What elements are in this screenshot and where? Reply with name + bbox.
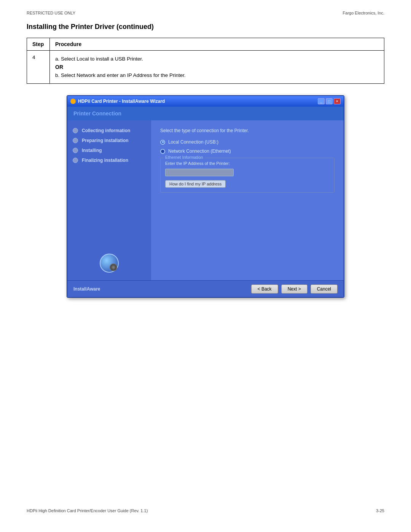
enter-ip-label: Enter the IP Address of the Printer: (165, 161, 330, 166)
step-dot-4 (73, 158, 78, 163)
wizard-title: HDPii Card Printer - InstallAware Wizard (78, 99, 165, 104)
step-line-b: b. Select Network and enter an IP Addres… (55, 72, 379, 78)
ethernet-legend: Ethernet Information (164, 155, 205, 160)
procedure-content: a. Select Local to install a USB Printer… (50, 51, 384, 84)
step-label-1: Collecting information (82, 128, 130, 133)
page-footer: HDPii High Definition Card Printer/Encod… (0, 501, 411, 521)
wizard-header: Printer Connection (67, 107, 344, 120)
network-connection-label: Network Connection (Ethernet) (168, 149, 231, 154)
wizard-logo (73, 246, 146, 273)
local-connection-option[interactable]: Local Connection (USB:) (160, 139, 335, 145)
title-bar-controls[interactable]: _ □ ✕ (318, 98, 341, 104)
wizard-window: HDPii Card Printer - InstallAware Wizard… (67, 95, 344, 298)
wizard-step-4: Finalizing installation (73, 158, 146, 163)
step-dot-3 (73, 148, 78, 153)
step-label-3: Installing (82, 148, 102, 153)
wizard-header-text: Printer Connection (73, 110, 121, 117)
connection-prompt: Select the type of connection for the Pr… (160, 128, 335, 133)
local-radio-button[interactable] (160, 140, 165, 145)
step-dot-1 (73, 128, 78, 133)
wizard-right-panel: Select the type of connection for the Pr… (151, 120, 344, 280)
wizard-step-1: Collecting information (73, 128, 146, 133)
header-right: Fargo Electronics, Inc. (343, 11, 384, 15)
network-radio-button[interactable] (160, 149, 165, 154)
footer-buttons: < Back Next > Cancel (251, 284, 338, 294)
maximize-button[interactable]: □ (326, 98, 333, 104)
next-button[interactable]: Next > (281, 284, 307, 294)
step-dot-2 (73, 138, 78, 143)
step-label-4: Finalizing installation (82, 158, 128, 163)
wizard-body: Collecting information Preparing install… (67, 120, 344, 280)
local-connection-label: Local Connection (USB:) (168, 139, 218, 145)
find-ip-button[interactable]: How do I find my IP address (165, 180, 226, 188)
logo-disc (110, 264, 117, 271)
or-label: OR (55, 64, 379, 70)
wizard-left-panel: Collecting information Preparing install… (67, 120, 151, 280)
title-bar-icon (70, 99, 76, 104)
table-row: 4 a. Select Local to install a USB Print… (27, 51, 384, 84)
step-number: 4 (27, 51, 50, 84)
network-connection-option[interactable]: Network Connection (Ethernet) (160, 149, 335, 154)
wizard-step-2: Preparing installation (73, 138, 146, 143)
header-left: RESTRICTED USE ONLY (27, 11, 75, 15)
close-button[interactable]: ✕ (334, 98, 341, 104)
minimize-button[interactable]: _ (318, 98, 325, 104)
footer-right: 3-25 (376, 508, 384, 513)
procedure-table: Step Procedure 4 a. Select Local to inst… (27, 38, 384, 84)
wizard-step-3: Installing (73, 148, 146, 153)
step-line-a: a. Select Local to install a USB Printer… (55, 56, 379, 62)
installaware-brand: InstallAware (73, 286, 100, 292)
back-button[interactable]: < Back (251, 284, 278, 294)
col-procedure: Procedure (50, 38, 384, 51)
section-title: Installing the Printer Driver (continued… (27, 23, 384, 31)
cancel-button[interactable]: Cancel (311, 284, 338, 294)
title-bar: HDPii Card Printer - InstallAware Wizard… (67, 96, 344, 107)
footer-left: HDPii High Definition Card Printer/Encod… (27, 508, 148, 513)
ip-address-input[interactable] (165, 169, 234, 176)
ethernet-fieldset: Ethernet Information Enter the IP Addres… (160, 158, 335, 193)
logo-circle (100, 254, 119, 273)
step-label-2: Preparing installation (82, 138, 129, 143)
wizard-footer: InstallAware < Back Next > Cancel (67, 280, 344, 297)
col-step: Step (27, 38, 50, 51)
